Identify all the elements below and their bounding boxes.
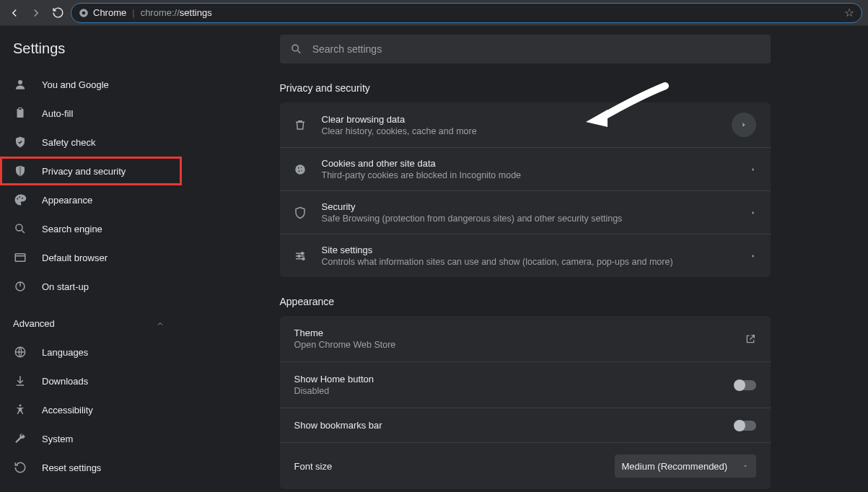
restore-icon: [13, 460, 27, 475]
chevron-right-icon: [740, 121, 748, 128]
svg-point-16: [300, 167, 302, 168]
svg-point-17: [298, 170, 299, 172]
sidebar-item-safety-check[interactable]: Safety check: [0, 128, 182, 157]
site-chip-label: Chrome: [93, 7, 126, 18]
sidebar-item-label: Safety check: [42, 137, 95, 148]
svg-point-14: [295, 164, 305, 175]
row-title: Font size: [294, 461, 602, 472]
svg-point-19: [301, 252, 303, 254]
chevron-right-icon: [750, 252, 756, 260]
row-security[interactable]: Security Safe Browsing (protection from …: [280, 191, 771, 234]
sidebar-item-label: Appearance: [42, 195, 92, 206]
sidebar-advanced-toggle[interactable]: Advanced: [0, 309, 182, 338]
sidebar-item-on-startup[interactable]: On start-up: [0, 272, 182, 301]
sidebar-item-label: Auto-fill: [42, 108, 73, 119]
svg-point-5: [17, 198, 18, 200]
sidebar-item-appearance[interactable]: Appearance: [0, 185, 182, 214]
url-path: settings: [180, 7, 212, 18]
row-title: Clear browsing data: [322, 114, 719, 125]
row-cookies[interactable]: Cookies and other site data Third-party …: [280, 148, 771, 191]
svg-point-12: [19, 405, 22, 407]
back-button[interactable]: [6, 4, 23, 22]
search-input[interactable]: [312, 43, 760, 55]
settings-title: Settings: [0, 36, 182, 70]
chrome-icon: [79, 8, 89, 18]
person-icon: [13, 77, 27, 92]
browser-toolbar: Chrome | chrome://settings ☆: [0, 0, 868, 26]
row-show-home-button[interactable]: Show Home button Disabled: [280, 362, 771, 408]
settings-content: Privacy and security Clear browsing data…: [182, 26, 868, 492]
toggle-home-button[interactable]: [735, 380, 756, 390]
svg-point-15: [297, 167, 299, 168]
url-host: chrome://: [141, 7, 180, 18]
arrow-right-icon: [30, 6, 43, 19]
sidebar-item-autofill[interactable]: Auto-fill: [0, 99, 182, 128]
search-icon: [13, 221, 27, 236]
sidebar-item-label: Reset settings: [42, 462, 101, 473]
section-title-appearance: Appearance: [280, 296, 771, 307]
svg-rect-4: [19, 108, 22, 110]
bookmark-star-button[interactable]: ☆: [844, 6, 854, 19]
sidebar-item-label: Accessibility: [42, 405, 93, 416]
sidebar-item-search-engine[interactable]: Search engine: [0, 214, 182, 243]
sidebar-item-label: You and Google: [42, 79, 109, 90]
row-title: Security: [322, 201, 737, 212]
row-title: Show bookmarks bar: [294, 420, 722, 431]
arrow-left-icon: [8, 6, 21, 19]
browser-window-icon: [13, 250, 27, 265]
reload-button[interactable]: [49, 4, 66, 22]
download-icon: [13, 374, 27, 388]
appearance-card: Theme Open Chrome Web Store Show Home bu…: [280, 316, 771, 489]
row-title: Site settings: [322, 245, 737, 255]
shield-icon: [13, 164, 27, 178]
row-clear-browsing-data[interactable]: Clear browsing data Clear history, cooki…: [280, 102, 771, 148]
sidebar-item-system[interactable]: System: [0, 424, 182, 453]
omnibox-divider: |: [132, 7, 134, 18]
svg-point-7: [22, 198, 23, 199]
row-subtitle: Controls what information sites can use …: [322, 257, 737, 267]
shield-icon: [291, 204, 309, 221]
sidebar-item-privacy-security[interactable]: Privacy and security: [0, 157, 182, 185]
toggle-bookmarks-bar[interactable]: [735, 421, 756, 431]
svg-point-13: [291, 45, 298, 51]
sidebar-item-label: Languages: [42, 347, 88, 358]
font-size-select[interactable]: Medium (Recommended): [615, 454, 756, 478]
svg-point-18: [301, 170, 302, 171]
svg-rect-9: [15, 254, 25, 262]
sidebar-item-label: System: [42, 434, 73, 444]
sidebar-item-label: Downloads: [42, 376, 88, 387]
row-font-size: Font size Medium (Recommended): [280, 443, 771, 489]
row-subtitle: Open Chrome Web Store: [294, 340, 732, 350]
select-value: Medium (Recommended): [622, 461, 728, 472]
sidebar-advanced-label: Advanced: [13, 318, 55, 329]
sidebar-item-label: Default browser: [42, 252, 108, 263]
sidebar-item-default-browser[interactable]: Default browser: [0, 243, 182, 272]
wrench-icon: [13, 431, 27, 446]
sidebar-item-languages[interactable]: Languages: [0, 338, 182, 366]
row-title: Show Home button: [294, 374, 722, 385]
sidebar-item-downloads[interactable]: Downloads: [0, 366, 182, 395]
row-subtitle: Third-party cookies are blocked in Incog…: [322, 170, 737, 180]
sidebar-item-accessibility[interactable]: Accessibility: [0, 395, 182, 424]
sidebar-item-label: On start-up: [42, 281, 89, 292]
row-site-settings[interactable]: Site settings Controls what information …: [280, 234, 771, 277]
row-action-circle[interactable]: [732, 113, 756, 137]
dropdown-triangle-icon: [742, 462, 749, 470]
search-settings-box[interactable]: [280, 35, 771, 63]
sidebar-item-you-and-google[interactable]: You and Google: [0, 70, 182, 99]
tune-icon: [291, 247, 309, 265]
svg-point-6: [19, 196, 20, 198]
chevron-up-icon: [156, 320, 165, 328]
cookie-icon: [291, 161, 309, 178]
svg-point-2: [18, 80, 22, 84]
address-bar[interactable]: Chrome | chrome://settings ☆: [71, 3, 862, 23]
sidebar-item-reset-settings[interactable]: Reset settings: [0, 453, 182, 482]
clipboard-icon: [13, 106, 27, 120]
row-show-bookmarks-bar[interactable]: Show bookmarks bar: [280, 408, 771, 443]
row-title: Cookies and other site data: [322, 158, 737, 169]
row-theme[interactable]: Theme Open Chrome Web Store: [280, 316, 771, 362]
svg-point-8: [16, 224, 22, 231]
forward-button[interactable]: [27, 4, 45, 22]
section-title-privacy: Privacy and security: [280, 82, 771, 94]
site-chip: Chrome: [79, 7, 126, 18]
